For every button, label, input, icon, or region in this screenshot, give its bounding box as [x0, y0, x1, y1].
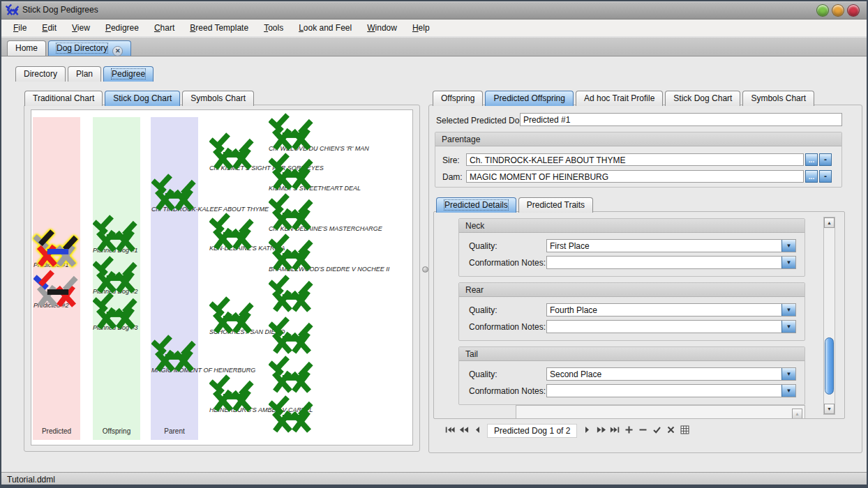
selected-predicted-dog-field[interactable]: Predicted #1	[520, 113, 842, 126]
nav-previous-button[interactable]	[471, 425, 484, 437]
maximize-button[interactable]	[832, 4, 844, 17]
menu-pedigree[interactable]: Pedigree	[99, 21, 145, 35]
application-window: Stick Dog Pedigrees FileEditViewPedigree…	[0, 0, 868, 488]
chevron-down-icon[interactable]	[781, 385, 795, 397]
nav-delete-button[interactable]	[636, 425, 649, 437]
stick-dog-icon[interactable]	[93, 291, 139, 330]
nav-grid-view-button[interactable]	[678, 425, 691, 437]
stick-dog-icon[interactable]	[209, 131, 255, 170]
details-scrollbar[interactable]: ▲ ▼	[823, 217, 835, 415]
rear-section-title: Rear	[459, 283, 805, 297]
nav-fast-forward-button[interactable]	[594, 425, 607, 437]
menu-file[interactable]: File	[7, 21, 33, 35]
stick-dog-icon[interactable]	[269, 232, 315, 271]
stick-dog-icon[interactable]	[151, 333, 197, 372]
dam-remove-button[interactable]: -	[819, 170, 832, 183]
pedigree-chart[interactable]: PredictedOffspringParentPredicted #1Pred…	[31, 109, 413, 445]
menu-chart[interactable]: Chart	[148, 21, 181, 35]
stick-dog-icon[interactable]	[209, 295, 255, 334]
dam-field[interactable]: MAGIC MOMENT OF HEINERBURG	[466, 170, 804, 183]
tab-dog-directory[interactable]: Dog Directory✕	[48, 40, 131, 56]
sire-label: Sire:	[442, 155, 460, 165]
stick-dog-icon[interactable]	[269, 112, 315, 151]
tab-adhoc-trait-profile[interactable]: Ad hoc Trait Profile	[576, 91, 663, 106]
nav-last-button[interactable]	[608, 425, 621, 437]
chevron-down-icon[interactable]	[781, 368, 795, 380]
menu-view[interactable]: View	[66, 21, 96, 35]
sire-field[interactable]: Ch. TINDROCK-KALEEF ABOUT THYME	[466, 153, 804, 166]
stick-dog-icon[interactable]	[269, 315, 315, 354]
window-title: Stick Dog Pedigrees	[22, 5, 98, 15]
stick-dog-icon[interactable]	[33, 268, 80, 307]
tab-right-symbols-chart[interactable]: Symbols Chart	[742, 91, 814, 106]
scrollbar-thumb[interactable]	[825, 337, 834, 395]
menu-breed-template[interactable]: Breed Template	[184, 21, 255, 35]
tail-quality-combo[interactable]: Second Place	[546, 367, 796, 381]
window-bottom-edge	[1, 485, 867, 487]
menu-help[interactable]: Help	[406, 21, 436, 35]
stick-dog-icon[interactable]	[93, 213, 139, 252]
tab-plan-label: Plan	[76, 69, 93, 79]
rear-quality-combo[interactable]: Fourth Place	[546, 303, 796, 317]
nav-record-indicator: Predicted Dog 1 of 2	[487, 424, 577, 438]
stick-dog-icon[interactable]	[33, 228, 80, 267]
tab-pedigree[interactable]: Pedigree	[103, 66, 154, 82]
tab-predicted-details[interactable]: Predicted Details	[436, 197, 516, 213]
tab-predicted-offspring[interactable]: Predicted Offspring	[485, 91, 574, 106]
stick-dog-icon[interactable]	[151, 172, 197, 211]
tab-close-icon[interactable]: ✕	[112, 46, 123, 56]
chevron-down-icon[interactable]	[781, 321, 795, 333]
nav-next-button[interactable]	[581, 425, 593, 437]
scroll-up-icon[interactable]: ▲	[824, 218, 835, 228]
stick-dog-icon[interactable]	[209, 373, 255, 412]
stick-dog-icon[interactable]	[93, 254, 139, 293]
tab-home[interactable]: Home	[7, 40, 46, 56]
menu-edit[interactable]: Edit	[36, 21, 63, 35]
stick-dog-icon[interactable]	[269, 273, 315, 312]
scroll-down-icon[interactable]: ▼	[824, 404, 835, 414]
neck-notes-combo[interactable]	[546, 256, 796, 269]
status-text: Tutorial.ddml	[7, 475, 55, 485]
nav-rewind-button[interactable]	[457, 425, 470, 437]
stick-dog-icon[interactable]	[269, 151, 315, 190]
chevron-down-icon[interactable]	[781, 304, 795, 316]
delete-icon	[638, 425, 648, 436]
sire-browse-button[interactable]: ...	[805, 153, 818, 166]
nav-first-button[interactable]	[443, 425, 456, 437]
stick-dog-icon[interactable]	[269, 192, 315, 231]
tab-traditional-chart[interactable]: Traditional Chart	[24, 91, 103, 106]
neck-quality-combo[interactable]: First Place	[546, 239, 796, 252]
menu-tools[interactable]: Tools	[257, 21, 290, 35]
rear-notes-combo[interactable]	[546, 320, 796, 333]
dam-browse-button[interactable]: ...	[805, 170, 818, 183]
tail-notes-combo[interactable]	[546, 384, 796, 397]
commit-icon	[652, 425, 661, 436]
chevron-down-icon[interactable]	[781, 240, 795, 252]
menu-bar: FileEditViewPedigreeChartBreed TemplateT…	[1, 20, 867, 37]
tab-stick-dog-chart[interactable]: Stick Dog Chart	[105, 91, 180, 106]
scroll-up-icon[interactable]: ▲	[792, 409, 802, 419]
nav-commit-button[interactable]	[650, 425, 663, 437]
minimize-button[interactable]	[816, 4, 829, 17]
tab-plan[interactable]: Plan	[68, 66, 101, 82]
stick-dog-icon[interactable]	[209, 211, 255, 250]
tab-right-stick-dog-chart[interactable]: Stick Dog Chart	[665, 91, 740, 106]
nav-cancel-button[interactable]	[664, 425, 677, 437]
nav-insert-button[interactable]	[622, 425, 635, 437]
tab-directory[interactable]: Directory	[15, 66, 66, 82]
splitter[interactable]	[421, 105, 428, 452]
tab-predicted-traits[interactable]: Predicted Traits	[518, 197, 593, 213]
stick-dog-icon[interactable]	[269, 394, 315, 433]
menu-look-and-feel[interactable]: Look and Feel	[292, 21, 358, 35]
close-button[interactable]	[847, 4, 860, 17]
grid-view-icon	[680, 425, 689, 436]
chevron-down-icon[interactable]	[781, 257, 795, 268]
tab-offspring[interactable]: Offspring	[433, 91, 483, 106]
tail-section: Tail Quality: Second Place Conformation …	[458, 346, 805, 405]
previous-icon	[474, 425, 481, 436]
sire-remove-button[interactable]: -	[819, 153, 832, 166]
stick-dog-icon[interactable]	[269, 354, 315, 393]
menu-window[interactable]: Window	[361, 21, 403, 35]
tab-symbols-chart[interactable]: Symbols Chart	[182, 91, 254, 106]
selected-predicted-dog-label: Selected Predicted Dog:	[436, 116, 526, 125]
